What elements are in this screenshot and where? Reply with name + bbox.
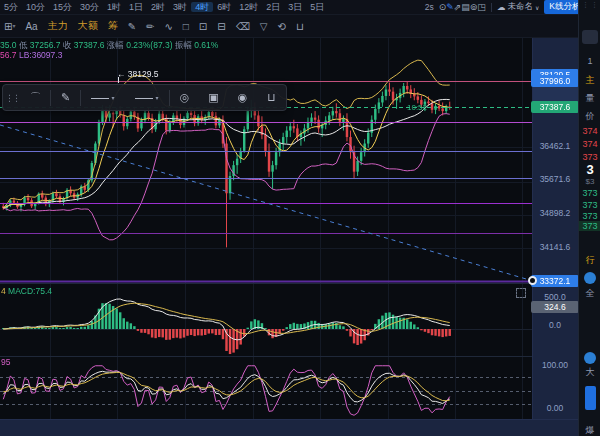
tools-bar: ⊞▾Aa主力大额筹✎✏∿□⊡⊟⌫▽⟲⊔ — [0, 15, 600, 38]
right-order-book-rail[interactable]: ⋮ ⋮1主量价3743743733$3373373373373行全大爆 — [578, 0, 600, 436]
divider — [491, 3, 492, 12]
magnet-tool[interactable]: ⌒ — [21, 90, 50, 105]
info-fragment: 37387.6 — [74, 40, 107, 50]
rail-item: 374 — [579, 126, 600, 136]
info-fragment: 0.61% — [194, 40, 218, 50]
boll-ub-fragment: 56.7 — [0, 50, 19, 60]
price-line-countdown: 10:52 — [407, 103, 427, 112]
timeframe-15分[interactable]: 15分 — [49, 2, 76, 12]
topbar-icons: ⊙✎⇗▤⊚◳ — [439, 2, 486, 12]
rail-item: 价 — [579, 110, 600, 123]
info-fragment: 涨幅 — [107, 40, 126, 50]
layers-icon[interactable]: ⟲ — [277, 21, 285, 32]
price-badge-33372.1: 33372.1 — [531, 275, 579, 287]
visibility-tool[interactable]: ◉ — [228, 91, 257, 104]
boll-info-line: 56.7 LB:36097.3 — [0, 50, 62, 60]
indicator-tick: 100.00 — [532, 360, 578, 370]
trash-icon[interactable]: ⊔ — [296, 21, 304, 32]
trendline-endpoint-handle[interactable] — [528, 276, 537, 285]
rail-item: 374 — [579, 139, 600, 149]
topbar-right: 2s ⊙✎⇗▤⊚◳ ☁未命名∨ K线分析 ≺ — [425, 0, 600, 14]
panel-icon[interactable]: ⊟ — [217, 21, 225, 32]
timeframe-5日[interactable]: 5日 — [306, 2, 328, 12]
trading-app: 5分10分15分30分1时1日2时3时4时6时12时2日3日5日 2s ⊙✎⇗▤… — [0, 0, 600, 436]
wave-icon[interactable]: ∿ — [164, 21, 172, 32]
cloud-icon: ☁ — [497, 2, 506, 12]
price-tick: 35671.6 — [532, 174, 578, 184]
target-tool[interactable]: ◎ — [170, 91, 199, 104]
timeframe-10分[interactable]: 10分 — [22, 2, 49, 12]
edit-icon[interactable]: ✎ — [446, 2, 454, 12]
boll-lb-value: LB:36097.3 — [19, 50, 62, 60]
timeframe-2时[interactable]: 2时 — [147, 2, 169, 12]
timeframe-3日[interactable]: 3日 — [284, 2, 306, 12]
brush-icon[interactable]: ✏ — [146, 21, 154, 32]
rail-item: 行 — [579, 254, 600, 267]
image-icon[interactable]: ▤ — [461, 2, 470, 12]
info-fragment: 0.23%(87.3) — [126, 40, 175, 50]
text-tool[interactable]: Aa — [25, 21, 37, 32]
price-tick: 36462.1 — [532, 141, 578, 151]
price-tick: 34141.6 — [532, 242, 578, 252]
rail-item: 爆 — [579, 424, 600, 436]
timeframe-1日[interactable]: 1日 — [125, 2, 147, 12]
rail-item: 373 — [579, 200, 600, 210]
copy-icon[interactable]: ⊡ — [199, 21, 207, 32]
timeframe-30分[interactable]: 30分 — [76, 2, 103, 12]
timeframe-bar: 5分10分15分30分1时1日2时3时4时6时12时2日3日5日 2s ⊙✎⇗▤… — [0, 0, 600, 15]
rail-item: ⋮ ⋮ — [579, 2, 600, 7]
cloud-save-label[interactable]: ☁未命名∨ — [497, 1, 539, 13]
rail-action-bar[interactable] — [585, 386, 596, 410]
rail-item: 全 — [579, 287, 600, 300]
rail-feature-icon[interactable] — [584, 272, 596, 284]
rail-item: 3 — [579, 162, 600, 177]
rail-button[interactable] — [582, 30, 598, 44]
drawing-toolbar[interactable]: ⋮⋮⌒✎▾▾◎▣◉⊔ — [2, 84, 287, 111]
box-icon[interactable]: □ — [183, 21, 189, 32]
time-axis[interactable] — [0, 419, 578, 436]
price-badge-37996.0: 37996.0 — [531, 75, 579, 87]
rail-item: 量 — [579, 92, 600, 105]
info-fragment: 37256.7 — [30, 40, 63, 50]
box-one-tool[interactable]: ▣ — [199, 91, 228, 104]
timeframe-3时[interactable]: 3时 — [169, 2, 191, 12]
rail-feature-icon[interactable] — [584, 352, 596, 364]
timeframe-list: 5分10分15分30分1时1日2时3时4时6时12时2日3日5日 — [0, 1, 328, 14]
indicator-tick: 0.00 — [532, 403, 578, 413]
timeframe-6时[interactable]: 6时 — [213, 2, 235, 12]
filter-icon[interactable]: ▽ — [260, 21, 268, 32]
chart-type-icon[interactable]: ⊞▾ — [4, 21, 15, 32]
macd-value: MACD:75.4 — [8, 286, 52, 296]
candle-countdown: 2s — [425, 2, 434, 12]
price-alert-marker[interactable]: ← 38129.5 — [117, 69, 159, 79]
rail-item: 主 — [579, 74, 600, 87]
chips-tab[interactable]: 筹 — [108, 19, 118, 33]
drag-handle[interactable]: ⋮⋮ — [3, 93, 21, 103]
info-fragment: 35.0 — [0, 40, 19, 50]
line-style-2[interactable]: ▾ — [125, 92, 169, 104]
line-style-1[interactable]: ▾ — [81, 92, 125, 104]
timeframe-12时[interactable]: 12时 — [235, 2, 262, 12]
price-tick: 34898.2 — [532, 208, 578, 218]
info-fragment: 收 — [63, 40, 74, 50]
pencil-tool[interactable]: ✎ — [51, 91, 80, 104]
pencil-icon[interactable]: ✎ — [128, 21, 136, 32]
rail-item: 373 — [579, 221, 600, 231]
rail-item: 373 — [579, 152, 600, 162]
timeframe-5分[interactable]: 5分 — [0, 2, 22, 12]
timeframe-2日[interactable]: 2日 — [262, 2, 284, 12]
eraser-icon[interactable]: ⌫ — [236, 21, 250, 32]
info-fragment: 低 — [19, 40, 30, 50]
fullscreen-icon[interactable]: ◳ — [477, 2, 486, 12]
price-badge-37387.6: 37387.6 — [531, 101, 579, 113]
delete-tool[interactable]: ⊔ — [257, 91, 286, 104]
main-force-tab[interactable]: 主力 — [48, 19, 68, 33]
kdj-label: 95 — [1, 357, 10, 367]
timeframe-4时[interactable]: 4时 — [191, 2, 213, 12]
large-order-tab[interactable]: 大额 — [78, 19, 98, 33]
chevron-down-icon: ∨ — [535, 4, 539, 11]
indicator-tick: 0.0 — [532, 320, 578, 330]
macd-expand-icon[interactable] — [516, 288, 526, 298]
rail-item: 大 — [579, 366, 600, 379]
timeframe-1时[interactable]: 1时 — [103, 2, 125, 12]
